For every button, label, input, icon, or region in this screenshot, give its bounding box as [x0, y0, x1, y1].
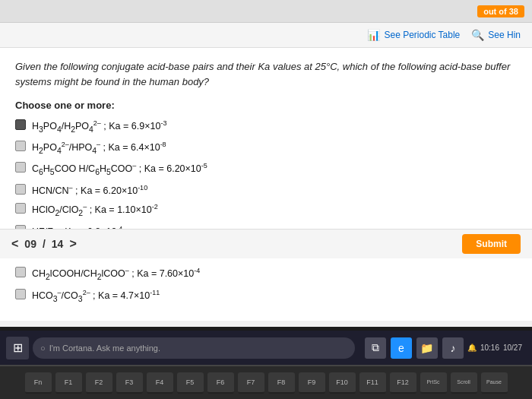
checkbox-3[interactable]	[15, 162, 26, 173]
list-item[interactable]: HCN/CN– ; Ka = 6.20×10-10	[15, 183, 517, 198]
current-page: 09	[24, 238, 36, 250]
key-f4[interactable]: F4	[147, 372, 173, 394]
question-text: Given the following conjugate acid-base …	[15, 59, 517, 89]
key-f12[interactable]: F12	[390, 372, 416, 394]
next-page-button[interactable]: >	[69, 237, 76, 251]
option-text-2: H2PO42–/HPO4– ; Ka = 6.4×10-8	[32, 140, 166, 157]
windows-start-button[interactable]: ⊞	[6, 337, 29, 359]
cortana-search-text: I'm Cortana. Ask me anything.	[49, 344, 160, 353]
taskbar-browser-icon[interactable]: e	[391, 337, 412, 359]
submit-button[interactable]: Submit	[462, 234, 521, 254]
checkbox-4[interactable]	[15, 184, 26, 195]
key-f1[interactable]: F1	[55, 372, 82, 394]
key-f9[interactable]: F9	[299, 372, 325, 394]
option-text-8: CH2lCOOH/CH2lCOO– ; Ka = 7.60×10-4	[32, 266, 200, 283]
taskbar-system-tray: 🔔 10:16 10/27	[467, 344, 526, 352]
taskbar-media-icon[interactable]: ♪	[442, 337, 464, 359]
key-f2[interactable]: F2	[86, 372, 112, 394]
keyboard: Fn F1 F2 F3 F4 F5 F6 F7 F8 F9 F10 F11 F1…	[0, 365, 532, 399]
cortana-search-bar[interactable]: ○ I'm Cortana. Ask me anything.	[33, 337, 355, 359]
checkbox-1[interactable]	[15, 119, 26, 130]
top-bar: out of 38	[0, 0, 532, 23]
screen: out of 38 📊 See Periodic Table 🔍 See Hin…	[0, 0, 532, 327]
list-item[interactable]: C6H5COO H/C6H5COO– ; Ka = 6.20×10-5	[15, 161, 517, 178]
checkbox-8[interactable]	[15, 267, 26, 277]
list-item[interactable]: HCO3–/CO32– ; Ka = 4.7×10-11	[15, 288, 517, 305]
content-area: Given the following conjugate acid-base …	[0, 48, 532, 321]
table-icon: 📊	[367, 29, 380, 41]
total-pages: 14	[52, 238, 64, 250]
option-text-1: H3PO4/H2PO42– ; Ka = 6.9×10-3	[32, 119, 166, 135]
page-separator: /	[43, 238, 46, 250]
periodic-table-button[interactable]: 📊 See Periodic Table	[367, 29, 460, 41]
key-scroll[interactable]: Scroll	[451, 372, 477, 394]
key-f11[interactable]: F11	[359, 372, 386, 394]
list-item[interactable]: CH2lCOOH/CH2lCOO– ; Ka = 7.60×10-4	[15, 266, 517, 283]
toolbar: 📊 See Periodic Table 🔍 See Hin	[0, 23, 532, 48]
periodic-table-label: See Periodic Table	[384, 30, 460, 40]
instruction-text: Choose one or more:	[15, 100, 517, 111]
option-text-5: HClO2/ClO2– ; Ka = 1.10×10-2	[32, 202, 158, 219]
key-f7[interactable]: F7	[238, 372, 264, 394]
key-fn[interactable]: Fn	[25, 372, 52, 394]
list-item[interactable]: HClO2/ClO2– ; Ka = 1.10×10-2	[15, 202, 517, 219]
list-item[interactable]: H2PO42–/HPO4– ; Ka = 6.4×10-8	[15, 140, 517, 157]
prev-page-button[interactable]: <	[11, 237, 18, 251]
list-item[interactable]: H3PO4/H2PO42– ; Ka = 6.9×10-3	[15, 119, 517, 135]
option-text-9: HCO3–/CO32– ; Ka = 4.7×10-11	[32, 288, 160, 305]
options-list: H3PO4/H2PO42– ; Ka = 6.9×10-3 H2PO42–/HP…	[15, 119, 517, 305]
key-f5[interactable]: F5	[177, 372, 204, 394]
taskbar-icons-group: ⧉ e 📁 ♪	[365, 337, 464, 359]
hint-button[interactable]: 🔍 See Hin	[471, 29, 521, 41]
option-text-4: HCN/CN– ; Ka = 6.20×10-10	[32, 183, 147, 198]
taskbar-multitask-icon[interactable]: ⧉	[365, 337, 386, 359]
option-text-3: C6H5COO H/C6H5COO– ; Ka = 6.20×10-5	[32, 161, 207, 178]
keyboard-keys-row: Fn F1 F2 F3 F4 F5 F6 F7 F8 F9 F10 F11 F1…	[0, 366, 532, 399]
cortana-icon: ○	[40, 344, 46, 353]
key-pause[interactable]: Pause	[481, 372, 508, 394]
key-f8[interactable]: F8	[268, 372, 295, 394]
page-navigation: < 09 / 14 >	[11, 237, 77, 251]
navigation-bar: < 09 / 14 > Submit	[0, 229, 532, 258]
taskbar-file-icon[interactable]: 📁	[416, 337, 438, 359]
notification-icon: 🔔	[467, 344, 477, 352]
taskbar-top: ⊞ ○ I'm Cortana. Ask me anything. ⧉ e 📁 …	[0, 331, 532, 365]
key-f6[interactable]: F6	[207, 372, 234, 394]
key-prtsc[interactable]: PrtSc	[420, 372, 447, 394]
date-display: 10/27	[503, 344, 522, 352]
key-f10[interactable]: F10	[329, 372, 356, 394]
checkbox-2[interactable]	[15, 141, 26, 151]
checkbox-9[interactable]	[15, 289, 26, 299]
time-display: 10:16	[480, 344, 499, 352]
hint-icon: 🔍	[471, 29, 484, 41]
checkbox-5[interactable]	[15, 203, 26, 214]
key-f3[interactable]: F3	[116, 372, 143, 394]
progress-badge: out of 38	[477, 5, 524, 17]
hint-label: See Hin	[488, 30, 521, 40]
